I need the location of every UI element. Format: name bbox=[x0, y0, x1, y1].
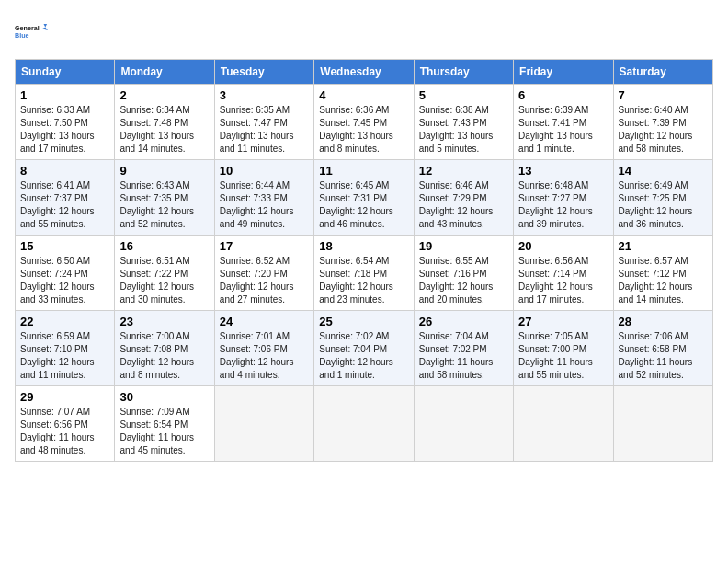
calendar-cell: 20Sunrise: 6:56 AMSunset: 7:14 PMDayligh… bbox=[514, 236, 613, 311]
day-detail: Sunrise: 7:05 AMSunset: 7:00 PMDaylight:… bbox=[518, 330, 608, 382]
day-detail: Sunrise: 6:57 AMSunset: 7:12 PMDaylight:… bbox=[619, 255, 708, 306]
calendar-cell: 29Sunrise: 7:07 AMSunset: 6:56 PMDayligh… bbox=[16, 386, 115, 462]
day-number: 27 bbox=[518, 315, 608, 328]
calendar-cell: 24Sunrise: 7:01 AMSunset: 7:06 PMDayligh… bbox=[214, 311, 313, 386]
calendar-cell: 18Sunrise: 6:54 AMSunset: 7:18 PMDayligh… bbox=[314, 236, 414, 311]
day-detail: Sunrise: 7:01 AMSunset: 7:06 PMDaylight:… bbox=[220, 330, 309, 382]
day-detail: Sunrise: 7:06 AMSunset: 6:58 PMDaylight:… bbox=[619, 330, 708, 382]
calendar-cell: 22Sunrise: 6:59 AMSunset: 7:10 PMDayligh… bbox=[16, 311, 115, 386]
calendar-cell bbox=[613, 386, 712, 462]
day-number: 1 bbox=[20, 88, 109, 102]
day-number: 14 bbox=[619, 164, 708, 178]
day-detail: Sunrise: 6:51 AMSunset: 7:22 PMDaylight:… bbox=[119, 255, 209, 306]
day-detail: Sunrise: 6:34 AMSunset: 7:48 PMDaylight:… bbox=[119, 104, 209, 155]
day-detail: Sunrise: 6:45 AMSunset: 7:31 PMDaylight:… bbox=[319, 179, 408, 231]
calendar-cell: 7Sunrise: 6:40 AMSunset: 7:39 PMDaylight… bbox=[613, 85, 712, 160]
col-header-thursday: Thursday bbox=[414, 60, 513, 85]
day-number: 11 bbox=[319, 164, 408, 178]
calendar-cell: 21Sunrise: 6:57 AMSunset: 7:12 PMDayligh… bbox=[613, 236, 712, 311]
day-number: 2 bbox=[119, 88, 209, 102]
calendar-cell: 23Sunrise: 7:00 AMSunset: 7:08 PMDayligh… bbox=[115, 311, 214, 386]
day-detail: Sunrise: 6:38 AMSunset: 7:43 PMDaylight:… bbox=[419, 104, 508, 155]
calendar-cell bbox=[314, 386, 414, 462]
day-detail: Sunrise: 6:54 AMSunset: 7:18 PMDaylight:… bbox=[319, 255, 408, 306]
day-detail: Sunrise: 6:59 AMSunset: 7:10 PMDaylight:… bbox=[20, 330, 109, 382]
calendar-cell: 10Sunrise: 6:44 AMSunset: 7:33 PMDayligh… bbox=[214, 160, 313, 236]
calendar-cell: 9Sunrise: 6:43 AMSunset: 7:35 PMDaylight… bbox=[115, 160, 214, 236]
day-detail: Sunrise: 6:56 AMSunset: 7:14 PMDaylight:… bbox=[518, 255, 608, 306]
day-number: 29 bbox=[20, 390, 109, 404]
day-detail: Sunrise: 6:36 AMSunset: 7:45 PMDaylight:… bbox=[319, 104, 408, 155]
day-detail: Sunrise: 7:02 AMSunset: 7:04 PMDaylight:… bbox=[319, 330, 408, 382]
day-number: 18 bbox=[319, 239, 408, 253]
day-detail: Sunrise: 6:41 AMSunset: 7:37 PMDaylight:… bbox=[20, 179, 109, 231]
day-detail: Sunrise: 6:50 AMSunset: 7:24 PMDaylight:… bbox=[20, 255, 109, 306]
day-number: 15 bbox=[20, 239, 109, 253]
day-number: 30 bbox=[119, 390, 209, 404]
day-detail: Sunrise: 6:43 AMSunset: 7:35 PMDaylight:… bbox=[119, 179, 209, 231]
day-number: 28 bbox=[619, 315, 708, 328]
calendar-cell: 5Sunrise: 6:38 AMSunset: 7:43 PMDaylight… bbox=[414, 85, 513, 160]
day-detail: Sunrise: 6:46 AMSunset: 7:29 PMDaylight:… bbox=[419, 179, 508, 231]
day-detail: Sunrise: 6:39 AMSunset: 7:41 PMDaylight:… bbox=[518, 104, 608, 155]
day-detail: Sunrise: 7:09 AMSunset: 6:54 PMDaylight:… bbox=[119, 406, 209, 457]
svg-marker-2 bbox=[44, 24, 48, 28]
col-header-friday: Friday bbox=[514, 60, 613, 85]
page-header: GeneralBlue bbox=[15, 15, 713, 48]
day-detail: Sunrise: 7:07 AMSunset: 6:56 PMDaylight:… bbox=[20, 406, 109, 457]
calendar-week-row: 8Sunrise: 6:41 AMSunset: 7:37 PMDaylight… bbox=[16, 160, 713, 236]
day-number: 24 bbox=[220, 315, 309, 328]
svg-text:General: General bbox=[15, 24, 40, 32]
calendar-cell: 6Sunrise: 6:39 AMSunset: 7:41 PMDaylight… bbox=[514, 85, 613, 160]
svg-text:Blue: Blue bbox=[15, 31, 29, 40]
day-detail: Sunrise: 7:00 AMSunset: 7:08 PMDaylight:… bbox=[119, 330, 209, 382]
day-number: 9 bbox=[119, 164, 209, 178]
day-detail: Sunrise: 6:49 AMSunset: 7:25 PMDaylight:… bbox=[619, 179, 708, 231]
col-header-wednesday: Wednesday bbox=[314, 60, 414, 85]
calendar-cell: 12Sunrise: 6:46 AMSunset: 7:29 PMDayligh… bbox=[414, 160, 513, 236]
calendar-cell: 2Sunrise: 6:34 AMSunset: 7:48 PMDaylight… bbox=[115, 85, 214, 160]
calendar-week-row: 1Sunrise: 6:33 AMSunset: 7:50 PMDaylight… bbox=[16, 85, 713, 160]
day-number: 19 bbox=[419, 239, 508, 253]
calendar-cell: 27Sunrise: 7:05 AMSunset: 7:00 PMDayligh… bbox=[514, 311, 613, 386]
day-number: 16 bbox=[119, 239, 209, 253]
day-number: 13 bbox=[518, 164, 608, 178]
day-number: 17 bbox=[220, 239, 309, 253]
day-detail: Sunrise: 6:44 AMSunset: 7:33 PMDaylight:… bbox=[220, 179, 309, 231]
calendar-cell: 16Sunrise: 6:51 AMSunset: 7:22 PMDayligh… bbox=[115, 236, 214, 311]
calendar-cell: 4Sunrise: 6:36 AMSunset: 7:45 PMDaylight… bbox=[314, 85, 414, 160]
calendar-cell: 8Sunrise: 6:41 AMSunset: 7:37 PMDaylight… bbox=[16, 160, 115, 236]
day-number: 21 bbox=[619, 239, 708, 253]
col-header-saturday: Saturday bbox=[613, 60, 712, 85]
calendar-cell: 14Sunrise: 6:49 AMSunset: 7:25 PMDayligh… bbox=[613, 160, 712, 236]
svg-marker-3 bbox=[42, 28, 48, 31]
logo: GeneralBlue bbox=[15, 15, 48, 48]
day-number: 4 bbox=[319, 88, 408, 102]
calendar-cell: 17Sunrise: 6:52 AMSunset: 7:20 PMDayligh… bbox=[214, 236, 313, 311]
logo-icon: GeneralBlue bbox=[15, 15, 48, 48]
day-number: 3 bbox=[220, 88, 309, 102]
day-detail: Sunrise: 6:55 AMSunset: 7:16 PMDaylight:… bbox=[419, 255, 508, 306]
day-number: 10 bbox=[220, 164, 309, 178]
day-detail: Sunrise: 6:33 AMSunset: 7:50 PMDaylight:… bbox=[20, 104, 109, 155]
col-header-sunday: Sunday bbox=[16, 60, 115, 85]
day-detail: Sunrise: 6:52 AMSunset: 7:20 PMDaylight:… bbox=[220, 255, 309, 306]
calendar-cell: 13Sunrise: 6:48 AMSunset: 7:27 PMDayligh… bbox=[514, 160, 613, 236]
calendar-cell: 26Sunrise: 7:04 AMSunset: 7:02 PMDayligh… bbox=[414, 311, 513, 386]
day-number: 23 bbox=[119, 315, 209, 328]
day-number: 20 bbox=[518, 239, 608, 253]
calendar-cell: 25Sunrise: 7:02 AMSunset: 7:04 PMDayligh… bbox=[314, 311, 414, 386]
calendar-week-row: 22Sunrise: 6:59 AMSunset: 7:10 PMDayligh… bbox=[16, 311, 713, 386]
calendar-cell: 28Sunrise: 7:06 AMSunset: 6:58 PMDayligh… bbox=[613, 311, 712, 386]
day-number: 22 bbox=[20, 315, 109, 328]
day-number: 12 bbox=[419, 164, 508, 178]
day-number: 26 bbox=[419, 315, 508, 328]
calendar-cell bbox=[514, 386, 613, 462]
day-detail: Sunrise: 6:35 AMSunset: 7:47 PMDaylight:… bbox=[220, 104, 309, 155]
col-header-tuesday: Tuesday bbox=[214, 60, 313, 85]
day-detail: Sunrise: 7:04 AMSunset: 7:02 PMDaylight:… bbox=[419, 330, 508, 382]
day-number: 5 bbox=[419, 88, 508, 102]
calendar-cell: 19Sunrise: 6:55 AMSunset: 7:16 PMDayligh… bbox=[414, 236, 513, 311]
calendar-header-row: SundayMondayTuesdayWednesdayThursdayFrid… bbox=[16, 60, 713, 85]
day-number: 7 bbox=[619, 88, 708, 102]
